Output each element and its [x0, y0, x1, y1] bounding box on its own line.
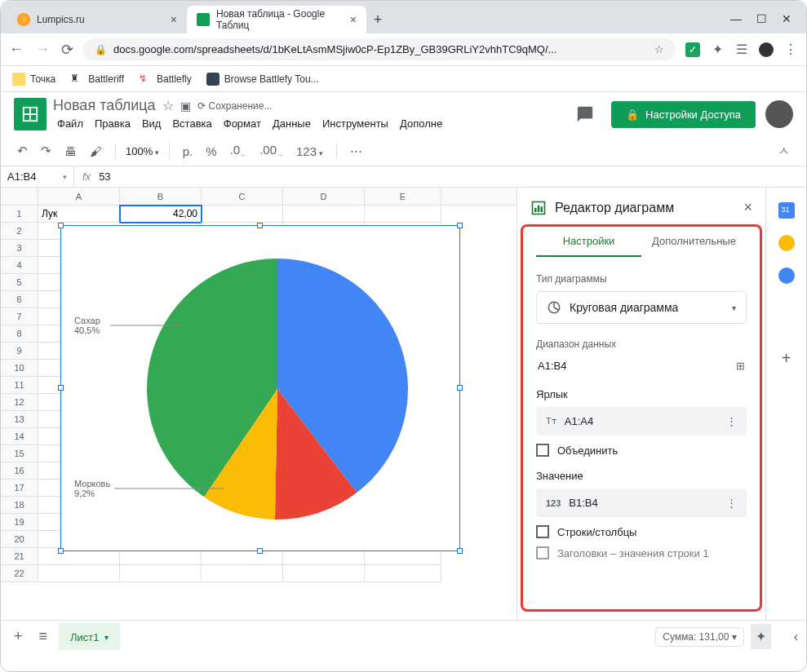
collapse-icon[interactable]: ㅅ: [774, 140, 793, 162]
col-header[interactable]: B: [120, 188, 202, 205]
cell[interactable]: [365, 565, 441, 582]
cell[interactable]: [120, 565, 202, 582]
explore-icon[interactable]: ✦: [751, 624, 771, 649]
menu-file[interactable]: Файл: [53, 116, 87, 131]
chart-type-select[interactable]: Круговая диаграмма: [536, 291, 747, 324]
chevron-down-icon[interactable]: ▾: [104, 633, 109, 642]
sum-indicator[interactable]: Сумма: 131,00 ▾: [655, 627, 743, 647]
col-header[interactable]: E: [365, 188, 441, 205]
tab-lumpics[interactable]: Lumpics.ru ×: [7, 6, 187, 33]
col-header[interactable]: A: [38, 188, 120, 205]
menu-edit[interactable]: Правка: [91, 116, 135, 131]
row-header[interactable]: 9: [1, 343, 38, 360]
row-header[interactable]: 11: [1, 377, 38, 394]
cell[interactable]: 42,00: [120, 206, 202, 223]
user-avatar[interactable]: [765, 100, 793, 128]
select-all-corner[interactable]: [1, 188, 38, 205]
col-header[interactable]: C: [202, 188, 283, 205]
row-header[interactable]: 16: [1, 462, 38, 480]
minimize-icon[interactable]: —: [730, 12, 742, 25]
close-icon[interactable]: ✕: [782, 12, 791, 25]
cell[interactable]: [283, 565, 365, 582]
tasks-icon[interactable]: [778, 267, 795, 284]
keep-icon[interactable]: [778, 235, 795, 251]
value-chip[interactable]: 123 B1:B4 ⋮: [536, 489, 747, 517]
switch-checkbox[interactable]: Строки/столбцы: [536, 525, 747, 538]
reload-icon[interactable]: ⟳: [61, 41, 73, 59]
star-icon[interactable]: ☆: [162, 98, 174, 113]
cell[interactable]: [283, 206, 365, 223]
merge-checkbox[interactable]: Объединить: [536, 444, 747, 457]
row-header[interactable]: 22: [1, 565, 38, 582]
star-icon[interactable]: ☆: [654, 43, 664, 55]
back-icon[interactable]: ←: [9, 41, 24, 58]
row-header[interactable]: 6: [1, 291, 38, 308]
bookmark-item[interactable]: ♜Battleriff: [70, 73, 124, 86]
row-header[interactable]: 21: [1, 548, 38, 565]
menu-tools[interactable]: Инструменты: [318, 116, 392, 131]
menu-insert[interactable]: Вставка: [168, 116, 215, 131]
formula-input[interactable]: 53: [99, 170, 110, 183]
chart-object[interactable]: Сахар 40,5% Морковь 9,2%: [60, 225, 460, 551]
menu-data[interactable]: Данные: [268, 116, 315, 131]
row-header[interactable]: 10: [1, 360, 38, 377]
undo-icon[interactable]: ↶: [14, 140, 31, 161]
row-header[interactable]: 7: [1, 308, 38, 325]
row-header[interactable]: 14: [1, 428, 38, 445]
name-box[interactable]: A1:B4: [1, 166, 74, 187]
cell[interactable]: [38, 565, 120, 582]
all-sheets-button[interactable]: ≡: [34, 625, 53, 648]
menu-addons[interactable]: Дополне: [396, 116, 446, 131]
add-sheet-button[interactable]: +: [9, 625, 28, 648]
tab-sheets[interactable]: Новая таблица - Google Таблиц ×: [187, 6, 366, 33]
row-header[interactable]: 13: [1, 411, 38, 428]
bookmark-item[interactable]: ↯Battlefly: [139, 73, 192, 86]
more-icon[interactable]: ⋯: [347, 140, 366, 161]
close-icon[interactable]: ×: [171, 13, 177, 26]
url-bar[interactable]: 🔒 docs.google.com/spreadsheets/d/1bKeLtA…: [83, 38, 676, 60]
row-header[interactable]: 20: [1, 531, 38, 548]
menu-format[interactable]: Формат: [219, 116, 265, 131]
percent-button[interactable]: %: [202, 141, 219, 161]
row-header[interactable]: 17: [1, 480, 38, 497]
more-icon[interactable]: ⋮: [726, 497, 737, 509]
add-icon[interactable]: +: [782, 349, 791, 368]
tab-customize[interactable]: Дополнительные: [641, 227, 747, 257]
paint-format-icon[interactable]: 🖌: [86, 141, 105, 161]
extension-list-icon[interactable]: ☰: [734, 42, 749, 57]
calendar-icon[interactable]: 31: [778, 202, 795, 219]
maximize-icon[interactable]: ☐: [756, 12, 767, 25]
tab-setup[interactable]: Настройки: [536, 227, 641, 257]
row-header[interactable]: 19: [1, 514, 38, 531]
forward-icon[interactable]: →: [35, 41, 50, 58]
decrease-decimal-button[interactable]: .0←: [227, 139, 251, 162]
row-header[interactable]: 18: [1, 497, 38, 514]
cell[interactable]: [365, 206, 441, 223]
row-header[interactable]: 3: [1, 240, 38, 257]
row-header[interactable]: 2: [1, 223, 38, 240]
row-header[interactable]: 4: [1, 257, 38, 274]
grid-icon[interactable]: ⊞: [736, 360, 745, 372]
headers-checkbox[interactable]: Заголовки – значения строки 1: [536, 546, 747, 559]
share-button[interactable]: 🔒 Настройки Доступа: [611, 101, 756, 128]
row-header[interactable]: 5: [1, 274, 38, 291]
redo-icon[interactable]: ↷: [38, 140, 55, 161]
extension-check-icon[interactable]: ✓: [685, 42, 700, 57]
new-tab-button[interactable]: +: [366, 8, 389, 31]
print-icon[interactable]: 🖶: [61, 141, 80, 161]
menu-view[interactable]: Вид: [138, 116, 166, 131]
profile-avatar-icon[interactable]: [759, 42, 774, 57]
label-chip[interactable]: Tᴛ A1:A4 ⋮: [536, 407, 747, 435]
more-formats-button[interactable]: 123: [293, 141, 326, 161]
chevron-left-icon[interactable]: ‹: [794, 630, 798, 644]
row-header[interactable]: 8: [1, 325, 38, 343]
sheet-grid[interactable]: A B C D E 1Лук42,00234567891011121314151…: [1, 188, 517, 620]
more-icon[interactable]: ⋮: [726, 415, 737, 427]
cell[interactable]: Лук: [38, 206, 120, 223]
close-icon[interactable]: ×: [350, 13, 357, 26]
bookmark-item[interactable]: Browse Battlefy Tou...: [206, 73, 319, 86]
bookmark-item[interactable]: Точка: [12, 73, 55, 86]
menu-icon[interactable]: ⋮: [783, 42, 798, 57]
zoom-select[interactable]: 100%: [126, 145, 159, 157]
sheets-logo-icon[interactable]: [14, 98, 47, 130]
